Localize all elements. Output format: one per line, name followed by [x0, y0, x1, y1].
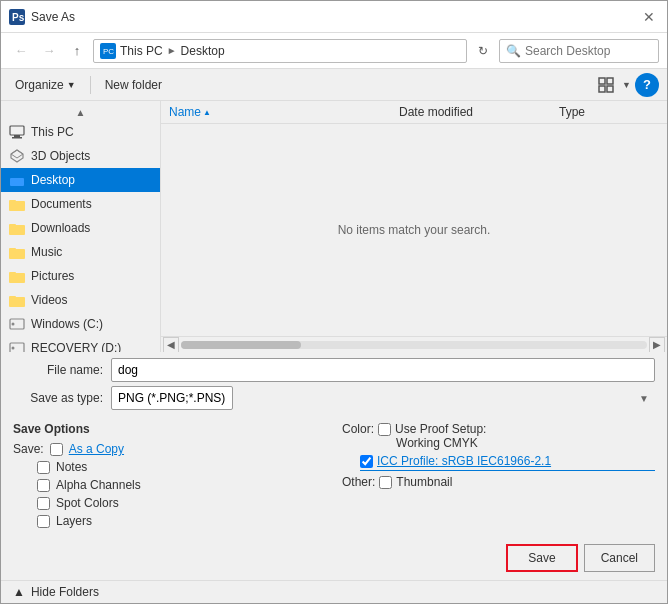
option-row-layers: Layers [13, 514, 326, 528]
hide-folders-label[interactable]: Hide Folders [31, 585, 99, 599]
notes-checkbox[interactable] [37, 461, 50, 474]
working-cmyk-label: Working CMYK [378, 436, 486, 450]
horizontal-scrollbar: ◀ ▶ [161, 336, 667, 352]
sidebar-item-downloads[interactable]: Downloads [1, 216, 160, 240]
search-input[interactable] [525, 44, 652, 58]
sidebar-item-3d-objects[interactable]: 3D Objects [1, 144, 160, 168]
app-icon: Ps [9, 9, 25, 25]
close-button[interactable]: ✕ [639, 7, 659, 27]
title-bar-left: Ps Save As [9, 9, 75, 25]
sidebar-item-pictures[interactable]: Pictures [1, 264, 160, 288]
svg-rect-9 [14, 135, 20, 137]
toolbar-separator [90, 76, 91, 94]
save-button[interactable]: Save [506, 544, 577, 572]
organize-button[interactable]: Organize ▼ [9, 76, 82, 94]
col-date-label: Date modified [399, 105, 473, 119]
save-button-label: Save [528, 551, 555, 565]
sidebar-scroll-up[interactable]: ▲ [1, 105, 160, 120]
cancel-button[interactable]: Cancel [584, 544, 655, 572]
view-button[interactable] [594, 73, 618, 97]
scroll-track[interactable] [181, 341, 647, 349]
as-copy-label[interactable]: As a Copy [69, 442, 124, 456]
alpha-channels-label[interactable]: Alpha Channels [56, 478, 141, 492]
view-icon [598, 77, 614, 93]
col-header-date[interactable]: Date modified [399, 105, 559, 119]
spot-colors-label[interactable]: Spot Colors [56, 496, 119, 510]
svg-rect-10 [12, 137, 22, 139]
sidebar-item-windows-c[interactable]: Windows (C:) [1, 312, 160, 336]
path-icon: PC [100, 43, 116, 59]
color-divider [360, 470, 655, 471]
sidebar-label-this-pc: This PC [31, 125, 74, 139]
music-folder-icon [9, 244, 25, 260]
svg-marker-12 [11, 150, 23, 158]
sidebar-item-videos[interactable]: Videos [1, 288, 160, 312]
scroll-thumb[interactable] [181, 341, 301, 349]
save-type-select[interactable]: PNG (*.PNG;*.PNS) [111, 386, 233, 410]
option-row-spot: Spot Colors [13, 496, 326, 510]
chevron-up-icon: ▲ [13, 585, 25, 599]
sidebar-item-desktop[interactable]: Desktop [1, 168, 160, 192]
thumbnail-label[interactable]: Thumbnail [396, 475, 452, 489]
file-list: Name ▲ Date modified Type No items match… [161, 101, 667, 352]
sidebar-label-videos: Videos [31, 293, 67, 307]
title-bar: Ps Save As ✕ [1, 1, 667, 33]
save-options-area: Save Options Save: As a Copy Notes Alpha… [1, 414, 667, 536]
layers-label[interactable]: Layers [56, 514, 92, 528]
svg-marker-11 [11, 150, 23, 162]
icc-profile-label[interactable]: ICC Profile: sRGB IEC61966-2.1 [377, 454, 551, 468]
file-list-body: No items match your search. [161, 124, 667, 336]
scroll-left-button[interactable]: ◀ [163, 337, 179, 353]
use-proof-label: Use Proof Setup: [395, 422, 486, 436]
window-title: Save As [31, 10, 75, 24]
sidebar-item-recovery-d[interactable]: RECOVERY (D:) [1, 336, 160, 352]
sidebar-item-documents[interactable]: Documents [1, 192, 160, 216]
file-list-header: Name ▲ Date modified Type [161, 101, 667, 124]
option-row-as-copy: Save: As a Copy [13, 442, 326, 456]
thumbnail-checkbox[interactable] [379, 476, 392, 489]
as-copy-checkbox[interactable] [50, 443, 63, 456]
address-bar: ← → ↑ PC This PC ► Desktop ↻ 🔍 [1, 33, 667, 69]
sidebar-label-3d-objects: 3D Objects [31, 149, 90, 163]
notes-label[interactable]: Notes [56, 460, 87, 474]
help-button[interactable]: ? [635, 73, 659, 97]
sidebar-item-music[interactable]: Music [1, 240, 160, 264]
new-folder-button[interactable]: New folder [99, 76, 168, 94]
col-header-name[interactable]: Name ▲ [169, 105, 399, 119]
hide-folders-bar: ▲ Hide Folders [1, 580, 667, 603]
svg-point-29 [12, 347, 15, 350]
layers-checkbox[interactable] [37, 515, 50, 528]
cancel-button-label: Cancel [601, 551, 638, 565]
save-type-select-wrapper: PNG (*.PNG;*.PNS) [111, 386, 655, 410]
alpha-channels-checkbox[interactable] [37, 479, 50, 492]
use-proof-checkbox[interactable] [378, 423, 391, 436]
videos-folder-icon [9, 292, 25, 308]
form-area: File name: Save as type: PNG (*.PNG;*.PN… [1, 352, 667, 414]
icc-profile-checkbox[interactable] [360, 455, 373, 468]
up-button[interactable]: ↑ [65, 39, 89, 63]
other-label: Other: [342, 475, 375, 489]
file-name-input[interactable] [111, 358, 655, 382]
refresh-button[interactable]: ↻ [471, 39, 495, 63]
svg-point-27 [12, 323, 15, 326]
forward-button[interactable]: → [37, 39, 61, 63]
sidebar-label-recovery-d: RECOVERY (D:) [31, 341, 121, 352]
options-right: Color: Use Proof Setup: Working CMYK ICC… [342, 422, 655, 532]
new-folder-label: New folder [105, 78, 162, 92]
svg-rect-8 [10, 126, 24, 135]
back-button[interactable]: ← [9, 39, 33, 63]
svg-rect-4 [599, 78, 605, 84]
svg-rect-5 [607, 78, 613, 84]
col-header-type[interactable]: Type [559, 105, 659, 119]
save-type-row: Save as type: PNG (*.PNG;*.PNS) [13, 386, 655, 410]
downloads-folder-icon [9, 220, 25, 236]
sidebar-item-this-pc[interactable]: This PC [1, 120, 160, 144]
address-path[interactable]: PC This PC ► Desktop [93, 39, 467, 63]
color-label: Color: [342, 422, 374, 436]
file-name-label: File name: [13, 363, 103, 377]
options-left: Save Options Save: As a Copy Notes Alpha… [13, 422, 326, 532]
scroll-right-button[interactable]: ▶ [649, 337, 665, 353]
path-desktop: Desktop [181, 44, 225, 58]
other-row: Other: Thumbnail [342, 475, 655, 489]
spot-colors-checkbox[interactable] [37, 497, 50, 510]
